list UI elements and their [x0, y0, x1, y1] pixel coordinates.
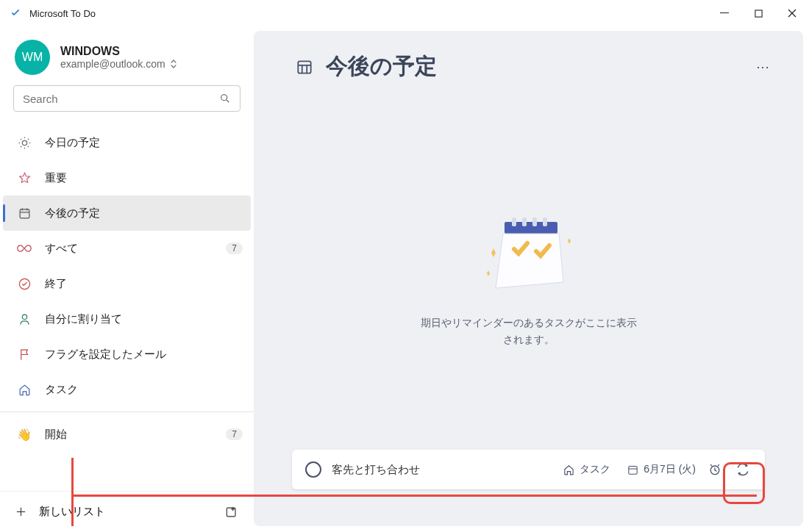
svg-rect-33 — [629, 466, 637, 474]
sidebar-item-label: 開始 — [45, 428, 67, 442]
search-field[interactable] — [13, 85, 240, 112]
sidebar-item-my-day[interactable]: 今日の予定 — [0, 125, 254, 160]
home-icon — [563, 464, 575, 476]
repeat-button[interactable] — [734, 461, 752, 478]
sidebar-item-label: 重要 — [45, 171, 67, 185]
star-icon — [17, 171, 32, 185]
task-checkbox[interactable] — [305, 461, 321, 478]
search-input[interactable] — [23, 93, 219, 105]
sidebar-item-planned[interactable]: 今後の予定 — [3, 195, 251, 231]
infinity-icon — [17, 243, 32, 254]
svg-rect-32 — [543, 218, 547, 226]
account-switcher[interactable]: WM WINDOWS example@outlook.com — [0, 34, 254, 85]
sidebar-item-important[interactable]: 重要 — [0, 160, 254, 195]
sidebar-item-getting-started[interactable]: 👋 開始 7 — [0, 417, 254, 452]
svg-point-18 — [22, 314, 26, 319]
home-icon — [17, 383, 32, 397]
svg-line-12 — [27, 138, 28, 139]
app-title: Microsoft To Do — [29, 8, 96, 19]
due-date-chip[interactable]: 6月7日 (火) — [627, 463, 696, 476]
sidebar-item-label: 自分に割り当て — [45, 312, 122, 326]
count-badge: 7 — [226, 428, 243, 440]
svg-rect-30 — [522, 218, 527, 226]
divider — [0, 411, 254, 412]
sidebar-item-assigned[interactable]: 自分に割り当て — [0, 301, 254, 337]
wave-icon: 👋 — [17, 428, 32, 442]
list-chip[interactable]: タスク — [563, 463, 610, 476]
sidebar-item-label: 今後の予定 — [45, 206, 100, 220]
reminder-button[interactable] — [706, 461, 724, 478]
plus-icon — [15, 506, 27, 518]
sidebar-item-label: 今日の予定 — [45, 136, 100, 150]
svg-rect-24 — [298, 61, 310, 73]
calendar-icon — [17, 206, 32, 220]
svg-point-4 — [22, 140, 26, 145]
svg-line-9 — [20, 138, 21, 139]
planned-header-icon — [295, 57, 314, 76]
more-options-button[interactable]: ⋯ — [750, 54, 777, 80]
app-logo-icon — [9, 7, 22, 20]
titlebar: Microsoft To Do — [0, 0, 809, 26]
sidebar-item-completed[interactable]: 終了 — [0, 266, 254, 301]
svg-rect-13 — [20, 209, 29, 218]
task-title-input[interactable]: 客先と打ち合わせ — [332, 463, 552, 477]
minimize-button[interactable] — [708, 0, 741, 26]
new-group-button[interactable] — [224, 505, 239, 520]
main-panel: 今後の予定 ⋯ 期日やリマインダーのあるタスクがここに表示 されます。 — [254, 31, 803, 526]
search-icon — [219, 93, 231, 104]
sidebar-item-label: 終了 — [45, 277, 67, 291]
sidebar-item-label: タスク — [45, 383, 78, 397]
task-input-card[interactable]: 客先と打ち合わせ タスク 6月7日 (火) — [292, 450, 765, 489]
sidebar-item-all[interactable]: すべて 7 — [0, 231, 254, 266]
sidebar-item-label: フラグを設定したメール — [45, 348, 166, 362]
svg-line-3 — [227, 100, 229, 102]
account-email: example@outlook.com — [60, 58, 165, 70]
sidebar: WM WINDOWS example@outlook.com — [0, 26, 254, 532]
maximize-button[interactable] — [741, 0, 775, 26]
empty-illustration — [474, 209, 584, 304]
person-icon — [17, 312, 32, 326]
empty-state-message: 期日やリマインダーのあるタスクがここに表示 されます。 — [421, 314, 637, 348]
svg-point-2 — [221, 95, 227, 101]
svg-line-10 — [27, 145, 28, 146]
svg-rect-29 — [512, 218, 516, 226]
close-button[interactable] — [775, 0, 809, 26]
sun-icon — [17, 136, 32, 150]
page-title: 今後の予定 — [326, 51, 437, 82]
new-list-button[interactable]: 新しいリスト — [39, 505, 213, 519]
avatar: WM — [15, 40, 50, 75]
check-circle-icon — [17, 277, 32, 291]
svg-rect-0 — [720, 12, 729, 13]
calendar-icon — [627, 464, 639, 476]
chevron-updown-icon — [170, 60, 177, 68]
sidebar-item-tasks[interactable]: タスク — [0, 372, 254, 407]
flag-icon — [17, 348, 32, 362]
svg-rect-1 — [755, 10, 761, 16]
account-name: WINDOWS — [60, 45, 177, 58]
sidebar-item-flagged[interactable]: フラグを設定したメール — [0, 337, 254, 372]
svg-line-11 — [20, 145, 21, 146]
svg-rect-31 — [532, 218, 537, 226]
sidebar-item-label: すべて — [45, 242, 78, 256]
count-badge: 7 — [226, 242, 243, 254]
